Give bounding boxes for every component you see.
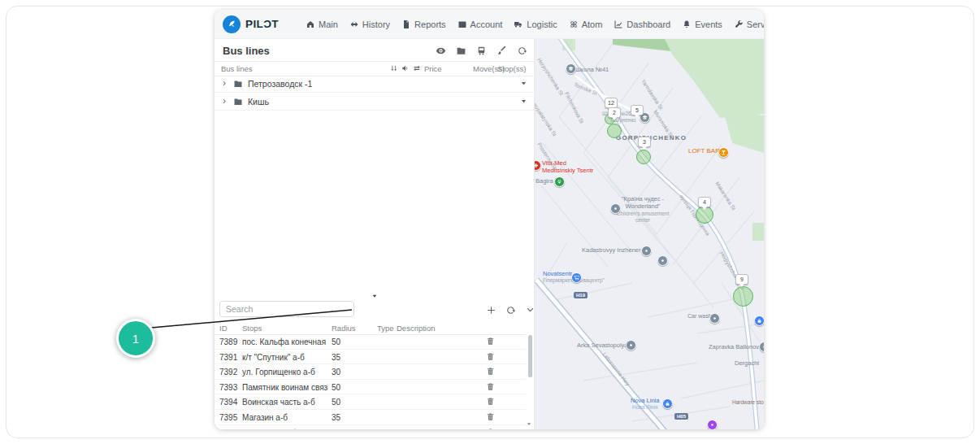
office-poi-icon[interactable] <box>641 246 652 256</box>
search-input[interactable] <box>219 301 354 317</box>
table-row[interactable]: 7389пос. Кальфа конечная50 <box>215 334 526 350</box>
col-radius: Radius <box>332 324 356 333</box>
top-nav: PILƆT Main History Reports Account Logis… <box>215 10 764 39</box>
bell-icon <box>682 20 692 29</box>
home-icon <box>306 20 315 29</box>
trash-icon[interactable] <box>486 382 495 391</box>
nav-item-account[interactable]: Account <box>452 16 509 33</box>
eye-icon[interactable] <box>436 46 446 56</box>
chevron-right-icon[interactable] <box>221 80 228 87</box>
trash-icon[interactable] <box>486 352 495 361</box>
amusement-poi-icon[interactable] <box>610 203 621 214</box>
table-row[interactable]: 7394Воинская часть а-б50 <box>215 394 526 410</box>
caret-down-icon[interactable] <box>520 80 527 87</box>
map-label-bagira: Bagira <box>536 177 553 185</box>
trash-icon[interactable] <box>486 337 495 346</box>
map-label-zapravka: Zapravka Ballonov <box>709 343 759 350</box>
map-marker[interactable]: 4 <box>698 197 711 207</box>
folder-icon[interactable] <box>456 46 466 56</box>
poi-icon[interactable] <box>754 316 764 326</box>
bus-lines-panel: Bus lines Bus lines Price Move(ss) Stop(… <box>215 39 535 429</box>
store-poi-icon[interactable] <box>662 398 673 409</box>
table-row[interactable]: 7395Магазин а-б35 <box>215 410 526 425</box>
caret-down-icon[interactable] <box>520 98 527 105</box>
table-row[interactable]: 7391к/т "Спутник" а-б35 <box>215 350 526 365</box>
nav-item-reports[interactable]: Reports <box>396 16 452 33</box>
map-label-wonderland: "Країна чудес - Wonderland" Children's a… <box>616 195 670 224</box>
col-price: Price <box>424 64 442 73</box>
nav-item-service[interactable]: Service <box>728 16 764 33</box>
car-wash-poi-icon[interactable] <box>709 313 720 324</box>
report-icon <box>401 20 411 29</box>
map-marker[interactable]: 5 <box>631 105 644 115</box>
school-poi-icon[interactable] <box>566 63 576 74</box>
trash-icon[interactable] <box>486 412 495 421</box>
history-icon <box>349 20 359 29</box>
logo-text: PILƆT <box>245 18 279 30</box>
col-stops: Stops <box>242 324 262 333</box>
office-poi-icon[interactable] <box>657 255 668 266</box>
map-canvas[interactable]: Школа №41 Школа №26 імені Бакуненко GORP… <box>535 39 764 429</box>
logo[interactable]: PILƆT <box>223 15 279 33</box>
refresh-stops-button[interactable] <box>505 304 516 319</box>
map-label-school41: Школа №41 <box>575 66 609 73</box>
tree-row-kish[interactable]: Кишь <box>215 93 534 111</box>
scrollbar-thumb[interactable] <box>528 335 532 377</box>
tree: Петрозаводск -1 Кишь <box>215 75 534 111</box>
poi-icon[interactable] <box>707 420 718 429</box>
pet-poi-icon[interactable] <box>554 176 565 187</box>
bus-stop-circle[interactable] <box>607 124 622 138</box>
map-marker[interactable]: 2 <box>608 107 621 118</box>
sort-icon[interactable] <box>390 64 398 72</box>
nav-item-history[interactable]: History <box>344 16 396 33</box>
nav-item-logistic[interactable]: Logistic <box>508 16 562 33</box>
trash-icon[interactable] <box>486 428 495 429</box>
table-row[interactable]: 7396Мемориал а-б50 <box>215 425 526 429</box>
map-marker[interactable]: 3 <box>638 137 651 147</box>
monument-poi-icon[interactable] <box>626 340 636 350</box>
swap-icon[interactable] <box>413 64 421 72</box>
add-stop-button[interactable] <box>486 304 497 319</box>
chart-icon <box>614 20 623 29</box>
table-row[interactable]: 7392ул. Горпищенко а-б30 <box>215 364 526 380</box>
map-marker[interactable]: 9 <box>735 274 748 285</box>
gas-poi-icon[interactable] <box>759 342 764 352</box>
wrench-icon <box>734 20 744 29</box>
col-stop: Stop(ss) <box>497 64 526 73</box>
map-label-loft-bar: LOFT BAR <box>688 147 720 155</box>
nav-item-atom[interactable]: Atom <box>563 16 609 33</box>
refresh-icon <box>505 305 516 316</box>
atom-icon <box>569 20 579 29</box>
tree-row-petrozavodsk[interactable]: Петрозаводск -1 <box>215 75 534 93</box>
map-label-car-wash: Car wash <box>687 313 712 320</box>
callout-1-badge: 1 <box>116 319 155 358</box>
stops-table: 7389пос. Кальфа конечная50 7391к/т "Спут… <box>215 334 526 429</box>
tree-row-label: Петрозаводск -1 <box>248 79 312 89</box>
collapse-handle-icon[interactable] <box>371 293 379 299</box>
nav-item-dashboard[interactable]: Dashboard <box>608 16 676 33</box>
tree-row-label: Кишь <box>248 97 269 107</box>
road-badge: H19 <box>574 292 588 298</box>
trash-icon[interactable] <box>486 367 495 376</box>
bus-icon[interactable] <box>476 46 487 56</box>
map-label-district: GORPISHCHENKO <box>616 134 687 142</box>
col-id: ID <box>219 324 228 333</box>
nav-item-main[interactable]: Main <box>300 16 344 33</box>
scroll-down-icon[interactable] <box>526 421 532 427</box>
truck-icon <box>514 20 523 29</box>
map-label-dergachi: Dergachi <box>735 359 759 367</box>
table-scrollbar[interactable] <box>528 335 532 418</box>
col-description: Description <box>397 324 436 333</box>
speaker-icon[interactable] <box>401 64 410 72</box>
wallet-icon <box>457 20 467 29</box>
chevron-right-icon[interactable] <box>221 98 228 105</box>
brush-icon[interactable] <box>497 46 507 56</box>
col-type: Type <box>377 324 394 333</box>
bar-poi-icon[interactable] <box>718 147 729 158</box>
map-label-kadastrovyy: Kadastrovyy Inzhener <box>582 246 641 254</box>
nav-item-events[interactable]: Events <box>676 16 728 33</box>
refresh-icon[interactable] <box>517 46 527 56</box>
trash-icon[interactable] <box>486 397 495 406</box>
table-row[interactable]: 7393Памятник воинам связистам а-б50 <box>215 380 526 395</box>
store-poi-icon[interactable] <box>571 272 582 283</box>
